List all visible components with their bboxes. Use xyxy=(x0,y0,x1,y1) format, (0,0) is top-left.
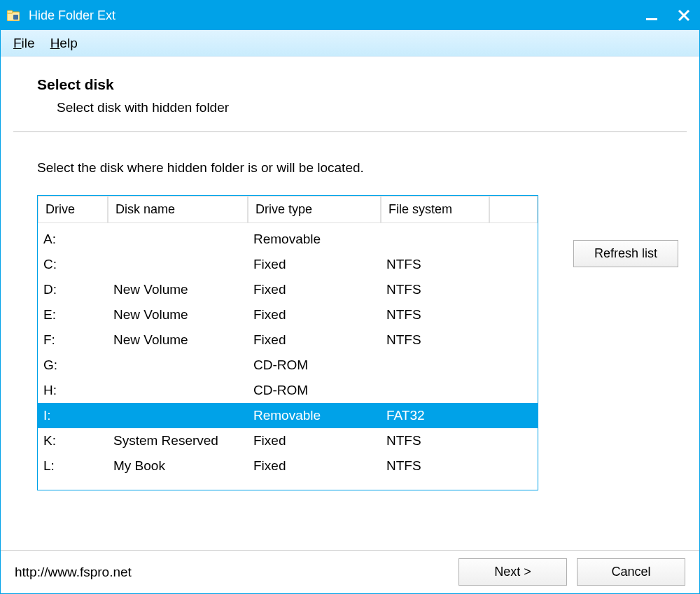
table-row[interactable]: C:FixedNTFS xyxy=(38,252,538,277)
table-row[interactable]: A:Removable xyxy=(38,227,538,252)
cell-file-system: NTFS xyxy=(381,257,489,272)
cell-file-system: NTFS xyxy=(381,282,489,297)
next-button[interactable]: Next > xyxy=(458,558,567,586)
side-buttons: Refresh list xyxy=(573,195,678,267)
cell-drive-type: CD-ROM xyxy=(248,383,381,398)
table-row[interactable]: H:CD-ROM xyxy=(38,378,538,403)
table-row[interactable]: G:CD-ROM xyxy=(38,353,538,378)
svg-rect-2 xyxy=(13,15,18,20)
cell-drive: G: xyxy=(38,358,108,373)
table-body: A:RemovableC:FixedNTFSD:New VolumeFixedN… xyxy=(38,224,538,490)
cell-disk-name: New Volume xyxy=(108,307,248,323)
menubar: File Help xyxy=(1,30,699,57)
cell-drive-type: Fixed xyxy=(248,282,381,297)
cell-drive-type: Removable xyxy=(248,232,381,247)
table-row[interactable]: I:RemovableFAT32 xyxy=(38,403,538,428)
disk-table: Drive Disk name Drive type File system A… xyxy=(37,195,538,490)
cell-file-system: NTFS xyxy=(381,433,489,448)
cell-drive: L: xyxy=(38,458,108,474)
cancel-button[interactable]: Cancel xyxy=(577,558,685,586)
cell-drive: C: xyxy=(38,257,108,272)
cell-disk-name: System Reserved xyxy=(108,433,248,448)
table-row[interactable]: K:System ReservedFixedNTFS xyxy=(38,428,538,453)
cell-drive: I: xyxy=(38,408,108,423)
cell-drive: H: xyxy=(38,383,108,398)
table-header: Drive Disk name Drive type File system xyxy=(38,196,538,224)
instruction-text: Select the disk where hidden folder is o… xyxy=(37,160,682,176)
table-row[interactable]: L:My BookFixedNTFS xyxy=(38,453,538,479)
cell-file-system: NTFS xyxy=(381,458,489,474)
cell-drive-type: Fixed xyxy=(248,433,381,448)
main-area: Select the disk where hidden folder is o… xyxy=(1,132,699,550)
column-header-filesystem[interactable]: File system xyxy=(381,196,489,223)
page-title: Select disk xyxy=(37,76,663,93)
cell-disk-name: My Book xyxy=(108,458,248,474)
cell-drive-type: Fixed xyxy=(248,307,381,323)
titlebar: Hide Folder Ext xyxy=(1,1,699,30)
minimize-button[interactable] xyxy=(642,6,662,25)
cell-drive: A: xyxy=(38,232,108,247)
table-row[interactable]: E:New VolumeFixedNTFS xyxy=(38,302,538,327)
table-row[interactable]: D:New VolumeFixedNTFS xyxy=(38,277,538,302)
cell-drive: D: xyxy=(38,282,108,297)
cell-drive: E: xyxy=(38,307,108,323)
footer: http://www.fspro.net Next > Cancel xyxy=(1,550,699,593)
svg-rect-3 xyxy=(646,18,657,20)
cell-drive: K: xyxy=(38,433,108,448)
svg-rect-1 xyxy=(7,10,13,13)
table-row[interactable]: F:New VolumeFixedNTFS xyxy=(38,327,538,353)
column-header-type[interactable]: Drive type xyxy=(248,196,381,223)
header-section: Select disk Select disk with hidden fold… xyxy=(1,57,699,131)
footer-link[interactable]: http://www.fspro.net xyxy=(15,565,449,580)
app-icon xyxy=(6,8,20,22)
page-subtitle: Select disk with hidden folder xyxy=(37,100,663,115)
close-button[interactable] xyxy=(674,6,694,25)
column-header-extra[interactable] xyxy=(489,196,538,223)
menu-help[interactable]: Help xyxy=(50,36,78,51)
cell-file-system: FAT32 xyxy=(381,408,489,423)
window-controls xyxy=(642,6,694,25)
app-title: Hide Folder Ext xyxy=(29,8,642,23)
column-header-name[interactable]: Disk name xyxy=(108,196,248,223)
cell-file-system: NTFS xyxy=(381,332,489,348)
cell-drive-type: CD-ROM xyxy=(248,358,381,373)
cell-drive-type: Fixed xyxy=(248,458,381,474)
cell-drive-type: Removable xyxy=(248,408,381,423)
cell-file-system: NTFS xyxy=(381,307,489,323)
cell-disk-name: New Volume xyxy=(108,282,248,297)
cell-drive: F: xyxy=(38,332,108,348)
cell-disk-name: New Volume xyxy=(108,332,248,348)
refresh-button[interactable]: Refresh list xyxy=(573,240,678,267)
content-area: Select disk Select disk with hidden fold… xyxy=(1,57,699,593)
main-window: Hide Folder Ext File Help Select disk Se… xyxy=(0,0,700,594)
column-header-drive[interactable]: Drive xyxy=(38,196,108,223)
menu-file[interactable]: File xyxy=(13,36,35,51)
cell-drive-type: Fixed xyxy=(248,257,381,272)
cell-drive-type: Fixed xyxy=(248,332,381,348)
